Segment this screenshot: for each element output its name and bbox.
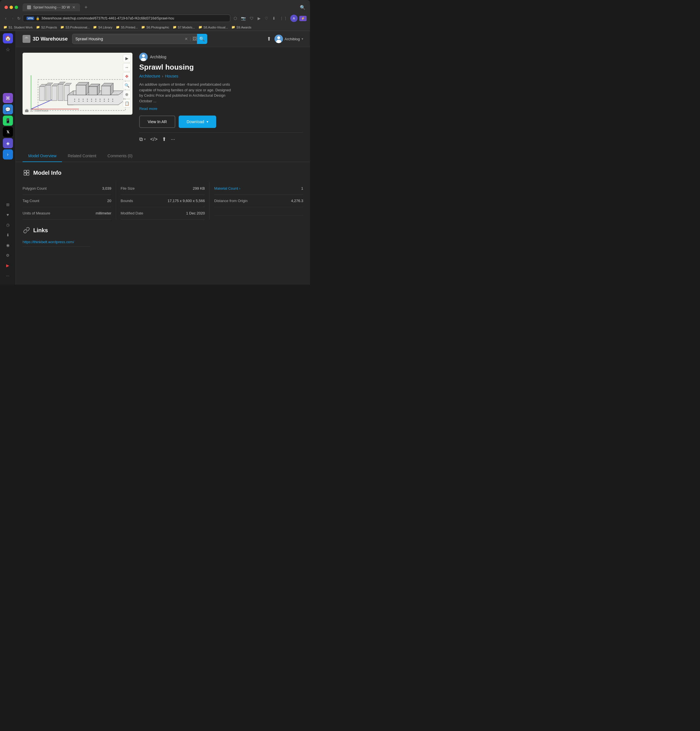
polygon-count-value: 3,039 (102, 186, 111, 191)
orbit-tool-icon[interactable]: ↔ (123, 63, 131, 71)
address-bar[interactable]: VPN 🔒 3dwarehouse.sketchup.com/model/673… (23, 15, 230, 22)
download-button[interactable]: Download ▾ (179, 116, 216, 128)
extensions-icon[interactable]: ◉ (3, 241, 12, 250)
browser-profile-button[interactable]: A (290, 15, 298, 22)
tab-model-overview[interactable]: Model Overview (22, 150, 62, 162)
links-url[interactable]: https://thinkbelt.wordpress.com/ (22, 240, 90, 247)
bookmark-s2[interactable]: 📁 S2.Projects (36, 25, 57, 29)
bookmark-s8[interactable]: 📁 S8.Audio-Visual... (198, 25, 228, 29)
material-count-chevron-icon: › (239, 186, 241, 191)
svg-point-65 (142, 54, 145, 57)
links-section: Links https://thinkbelt.wordpress.com/ (16, 226, 310, 253)
tab-search-button[interactable]: 🔍 (300, 5, 305, 10)
embed-button[interactable]: </> (150, 137, 157, 142)
svg-point-48 (100, 99, 101, 100)
share-button[interactable]: ⬆ (162, 136, 166, 142)
x-twitter-icon[interactable]: 𝕏 (3, 127, 13, 137)
play-tool-icon[interactable]: ▶ (123, 54, 131, 62)
svg-point-54 (83, 101, 84, 102)
zoom-tool-icon[interactable]: 🔍 (123, 81, 131, 90)
view-ar-button[interactable]: View In AR (139, 116, 175, 128)
bookmark-s5[interactable]: 📁 S5.Printed... (116, 25, 138, 29)
grid-icon[interactable]: ⊞ (3, 200, 12, 209)
reload-button[interactable]: ↻ (17, 16, 21, 21)
play-button[interactable]: ▶ (257, 15, 262, 22)
read-more-link[interactable]: Read more (139, 107, 157, 111)
settings-icon[interactable]: ⚙ (3, 251, 12, 260)
bookmark-s7[interactable]: 📁 S7.Models... (173, 25, 195, 29)
search-divider: | (190, 36, 191, 41)
svg-rect-69 (24, 173, 26, 175)
model-info-section-label: Model Info (33, 170, 62, 176)
close-button[interactable] (4, 6, 8, 9)
svg-point-47 (95, 99, 96, 100)
heart-button[interactable]: ♡ (264, 15, 269, 22)
bounds-value: 17,175 x 9,600 x 5,566 (168, 199, 205, 203)
bookmark-s9[interactable]: 📁 S9.Awards (231, 25, 251, 29)
search-tool-icon[interactable]: ⊕ (123, 91, 131, 98)
image-search-icon[interactable]: 🖼 (192, 36, 197, 41)
browser-tab[interactable]: Sprawl housing - - 3D W ✕ (22, 3, 80, 11)
whatsapp-icon[interactable]: 📱 (3, 116, 13, 126)
figma-icon[interactable]: ◈ (3, 138, 13, 148)
units-value: millimeter (95, 211, 111, 215)
more-dock-icon[interactable]: ··· (3, 271, 12, 280)
breadcrumb-subcategory[interactable]: Houses (165, 74, 178, 78)
polygon-count-label: Polygon Count (22, 186, 47, 191)
bookmark-s3[interactable]: 📁 S3.Professional... (60, 25, 90, 29)
material-count-row: Material Count › 1 (214, 182, 303, 195)
downloads-icon[interactable]: ⬇ (3, 230, 12, 239)
history-icon[interactable]: ◷ (3, 220, 12, 229)
media-icon[interactable]: ▶ (3, 261, 12, 270)
profile-area[interactable]: Archiblog ▾ (274, 35, 303, 43)
svg-point-46 (91, 99, 92, 100)
svg-point-44 (83, 99, 84, 100)
svg-marker-16 (58, 82, 65, 84)
menu-button[interactable]: ⋮⋮ (279, 15, 289, 22)
share-icon: ⬆ (162, 136, 166, 142)
heart-dock-icon[interactable]: ♥ (3, 210, 12, 219)
messages-icon[interactable]: 💬 (3, 104, 13, 114)
search-button[interactable]: 🔍 (197, 34, 207, 44)
upload-icon[interactable]: ⬆ (267, 36, 271, 42)
maximize-button[interactable] (15, 6, 18, 9)
copy-button[interactable]: ⧉ ▾ (139, 137, 146, 142)
model-info-title: Model Info (22, 169, 303, 177)
back-button[interactable]: ‹ (3, 15, 8, 22)
material-count-label[interactable]: Material Count › (214, 186, 241, 191)
minimize-button[interactable] (10, 6, 13, 9)
bookmark-s4[interactable]: 📁 S4.Library (93, 25, 112, 29)
svg-rect-8 (40, 87, 44, 101)
svg-marker-1 (24, 37, 29, 38)
more-button[interactable]: ··· (171, 137, 175, 142)
links-icon (22, 226, 31, 234)
extension-button[interactable]: ⚡ (299, 16, 307, 21)
arc-icon[interactable]: ⌘ (3, 93, 13, 103)
shield-button[interactable]: 🛡 (248, 15, 255, 22)
home-icon[interactable]: 🏠 (3, 33, 13, 43)
bookmark-s6[interactable]: 📁 S6.Photographic (141, 25, 169, 29)
breadcrumb-category[interactable]: Architecture (139, 74, 160, 78)
tag-count-row: Tag Count 20 (22, 195, 111, 207)
tab-close-icon[interactable]: ✕ (72, 5, 76, 10)
distance-row: Distance from Origin 4,276.3 (214, 195, 303, 207)
star-icon[interactable]: ☆ (3, 44, 13, 55)
tab-related-content[interactable]: Related Content (62, 150, 102, 162)
screenshare-button[interactable]: ⬡ (232, 15, 238, 22)
view-tool-icon[interactable]: 📋 (123, 100, 131, 107)
download-button[interactable]: ⬇ (271, 15, 277, 22)
bookmark-s1[interactable]: 📁 S1. Student Work (3, 25, 33, 29)
tab-comments[interactable]: Comments (0) (102, 150, 138, 162)
new-tab-button[interactable]: + (82, 4, 90, 10)
camera-button[interactable]: 📷 (240, 15, 247, 22)
search-input[interactable] (75, 37, 185, 41)
search-clear-icon[interactable]: ✕ (185, 37, 188, 41)
forward-button[interactable]: › (10, 15, 15, 22)
arrow-icon[interactable]: › (3, 149, 13, 160)
bookmarks-bar: 📁 S1. Student Work 📁 S2.Projects 📁 S3.Pr… (0, 24, 310, 31)
svg-point-42 (74, 99, 75, 100)
select-tool-icon[interactable]: ✥ (123, 72, 131, 80)
svg-rect-35 (89, 87, 97, 95)
distance-label: Distance from Origin (214, 199, 247, 203)
bookmark-folder-icon: 📁 (116, 25, 120, 29)
